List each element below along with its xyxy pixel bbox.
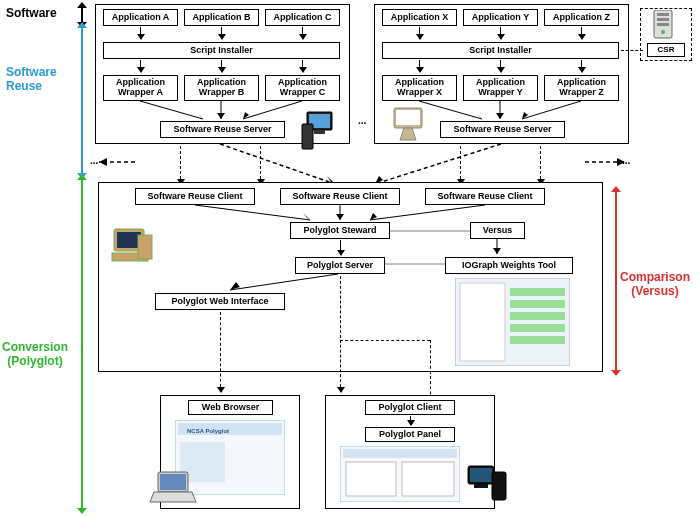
svg-rect-64 bbox=[402, 462, 454, 496]
svg-marker-14 bbox=[496, 113, 504, 119]
arrow-inst-wy bbox=[500, 60, 501, 72]
label-software: Software bbox=[6, 6, 57, 20]
arrow-a-installer bbox=[140, 27, 141, 39]
wrapper-a: Application Wrapper A bbox=[103, 75, 178, 101]
arrow-inst-wc bbox=[302, 60, 303, 72]
svg-line-2 bbox=[243, 101, 302, 119]
reuse-server-right: Software Reuse Server bbox=[440, 121, 565, 138]
arrows-clients-steward bbox=[135, 205, 545, 223]
arrow-y-installer bbox=[500, 27, 501, 39]
arrow-z-installer bbox=[581, 27, 582, 39]
app-b: Application B bbox=[184, 9, 259, 26]
arrow-steward-server bbox=[340, 240, 341, 255]
iograph-box: IOGraph Weights Tool bbox=[445, 257, 573, 274]
versus-box: Versus bbox=[470, 222, 525, 239]
svg-marker-39 bbox=[493, 248, 501, 254]
svg-rect-62 bbox=[343, 449, 457, 458]
reuse-client-2: Software Reuse Client bbox=[280, 188, 400, 205]
label-software-reuse: Software Reuse bbox=[6, 65, 57, 93]
svg-rect-45 bbox=[117, 232, 141, 248]
reuse-client-3: Software Reuse Client bbox=[425, 188, 545, 205]
dash-webint-browser bbox=[220, 312, 221, 392]
app-z: Application Z bbox=[544, 9, 619, 26]
polyglot-client-box: Polyglot Client bbox=[365, 400, 455, 415]
svg-line-33 bbox=[370, 205, 485, 220]
wrapper-x: Application Wrapper X bbox=[382, 75, 457, 101]
wrapper-y: Application Wrapper Y bbox=[463, 75, 538, 101]
app-x: Application X bbox=[382, 9, 457, 26]
svg-rect-68 bbox=[492, 472, 506, 500]
wrapper-z: Application Wrapper Z bbox=[544, 75, 619, 101]
arrow-inst-wb bbox=[221, 60, 222, 72]
svg-point-22 bbox=[661, 30, 665, 34]
svg-rect-50 bbox=[510, 288, 565, 296]
svg-marker-35 bbox=[336, 214, 344, 220]
csr-link bbox=[621, 50, 643, 51]
svg-rect-52 bbox=[510, 312, 565, 320]
ellipsis-left: ... bbox=[90, 155, 98, 166]
web-browser-box: Web Browser bbox=[188, 400, 273, 415]
svg-rect-67 bbox=[474, 484, 488, 488]
svg-marker-28 bbox=[99, 158, 107, 166]
svg-rect-19 bbox=[657, 13, 669, 16]
svg-line-0 bbox=[140, 101, 203, 119]
svg-line-12 bbox=[522, 101, 581, 119]
svg-rect-20 bbox=[657, 18, 669, 21]
arrow-client-panel bbox=[410, 416, 411, 425]
server-iograph-grey bbox=[385, 262, 445, 266]
app-c: Application C bbox=[265, 9, 340, 26]
reuse-client-1: Software Reuse Client bbox=[135, 188, 255, 205]
versus-iograph-link bbox=[440, 239, 560, 259]
steward-versus-link bbox=[390, 230, 470, 232]
bracket-comparison bbox=[612, 192, 620, 370]
polyglot-steward: Polyglot Steward bbox=[290, 222, 390, 239]
arrow-server-webint bbox=[200, 268, 340, 292]
arrow-inst-wx bbox=[419, 60, 420, 72]
svg-line-25 bbox=[375, 144, 501, 184]
wrapper-c: Application Wrapper C bbox=[265, 75, 340, 101]
svg-rect-21 bbox=[657, 23, 669, 26]
app-a: Application A bbox=[103, 9, 178, 26]
dash-server-client bbox=[340, 276, 341, 392]
arrow-inst-wa bbox=[140, 60, 141, 72]
imac-icon bbox=[388, 106, 430, 148]
svg-rect-51 bbox=[510, 300, 565, 308]
workstation-icon bbox=[462, 462, 510, 508]
ellipsis-center: ... bbox=[358, 115, 366, 126]
ellipsis-right: ... bbox=[622, 155, 630, 166]
svg-rect-54 bbox=[510, 336, 565, 344]
label-conversion: Conversion (Polyglot) bbox=[2, 340, 68, 368]
old-pc-icon bbox=[108, 225, 156, 273]
script-installer-right: Script Installer bbox=[382, 42, 619, 59]
polyglot-web-interface: Polyglot Web Interface bbox=[155, 293, 285, 310]
arrow-b-installer bbox=[221, 27, 222, 39]
svg-rect-53 bbox=[510, 324, 565, 332]
label-comparison: Comparison (Versus) bbox=[620, 270, 690, 298]
laptop-icon bbox=[148, 470, 198, 510]
app-y: Application Y bbox=[463, 9, 538, 26]
wrapper-b: Application Wrapper B bbox=[184, 75, 259, 101]
script-installer-left: Script Installer bbox=[103, 42, 340, 59]
bracket-conversion bbox=[78, 180, 86, 508]
server-icon bbox=[650, 10, 682, 42]
csr-box: CSR bbox=[647, 43, 685, 57]
dash-server-right-h bbox=[340, 340, 430, 341]
reuse-server-left: Software Reuse Server bbox=[160, 121, 285, 138]
svg-rect-47 bbox=[138, 235, 152, 259]
svg-text:NCSA Polyglot: NCSA Polyglot bbox=[187, 428, 229, 434]
arrow-x-installer bbox=[419, 27, 420, 39]
svg-rect-66 bbox=[470, 468, 492, 482]
iograph-thumb bbox=[455, 278, 570, 366]
svg-line-23 bbox=[220, 144, 335, 184]
polyglot-panel-box: Polyglot Panel bbox=[365, 427, 455, 442]
svg-rect-60 bbox=[160, 474, 186, 490]
svg-line-42 bbox=[230, 274, 338, 290]
arrow-inst-wz bbox=[581, 60, 582, 72]
bracket-reuse bbox=[78, 28, 86, 173]
svg-rect-63 bbox=[346, 462, 396, 496]
bracket-software bbox=[78, 8, 86, 22]
svg-rect-17 bbox=[396, 110, 420, 125]
arrow-c-installer bbox=[302, 27, 303, 39]
svg-line-31 bbox=[195, 205, 310, 220]
svg-marker-4 bbox=[217, 113, 225, 119]
